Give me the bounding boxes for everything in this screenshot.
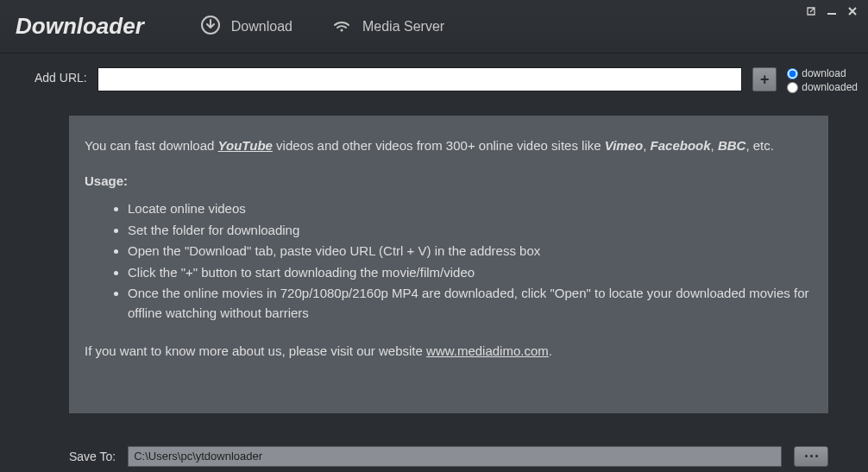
filter-radio-group: download downloaded <box>787 67 858 93</box>
site-vimeo: Vimeo <box>605 138 643 153</box>
list-item: Set the folder for downloading <box>128 221 813 241</box>
intro-text: You can fast download YouTube videos and… <box>85 136 813 156</box>
popout-icon[interactable] <box>806 5 816 19</box>
site-bbc: BBC <box>718 138 746 153</box>
save-bar: Save To: <box>0 437 868 473</box>
info-panel: You can fast download YouTube videos and… <box>69 116 828 413</box>
ellipsis-icon <box>805 455 808 457</box>
save-to-label: Save To: <box>69 450 116 463</box>
radio-download[interactable]: download <box>787 67 858 79</box>
list-item: Locate online videos <box>128 199 813 219</box>
list-item: Click the "+" button to start downloadin… <box>128 263 813 283</box>
url-input[interactable] <box>97 67 743 91</box>
tab-label: Media Server <box>362 19 444 35</box>
add-url-label: Add URL: <box>35 67 87 85</box>
browse-button[interactable] <box>794 446 828 467</box>
close-icon[interactable] <box>847 5 858 19</box>
save-path-input[interactable] <box>128 446 782 467</box>
website-link[interactable]: www.mediadimo.com <box>426 343 549 358</box>
url-bar: Add URL: + download downloaded <box>0 53 868 100</box>
svg-point-1 <box>340 28 343 31</box>
add-url-button[interactable]: + <box>752 67 777 91</box>
download-circle-icon <box>200 15 221 39</box>
youtube-link[interactable]: YouTube <box>218 138 273 153</box>
minimize-icon[interactable] <box>827 5 837 19</box>
wifi-icon <box>331 15 352 39</box>
radio-download-label: download <box>802 67 846 79</box>
plus-icon: + <box>760 71 770 89</box>
window-controls <box>806 5 858 19</box>
tab-media-server[interactable]: Media Server <box>331 15 444 39</box>
more-info-text: If you want to know more about us, pleas… <box>85 342 813 362</box>
site-facebook: Facebook <box>651 138 711 153</box>
radio-downloaded[interactable]: downloaded <box>787 81 858 93</box>
radio-downloaded-label: downloaded <box>802 81 858 93</box>
list-item: Once the online movies in 720p/1080p/216… <box>128 284 813 323</box>
radio-download-input[interactable] <box>787 68 798 79</box>
radio-downloaded-input[interactable] <box>787 82 798 93</box>
tab-label: Download <box>231 19 292 35</box>
tab-download[interactable]: Download <box>200 15 292 39</box>
titlebar: Downloader Download Media Server <box>0 0 868 53</box>
app-title: Downloader <box>16 13 144 40</box>
usage-list: Locate online videos Set the folder for … <box>85 199 813 323</box>
usage-heading: Usage: <box>85 172 813 192</box>
list-item: Open the "Download" tab, paste video URL… <box>128 242 813 261</box>
